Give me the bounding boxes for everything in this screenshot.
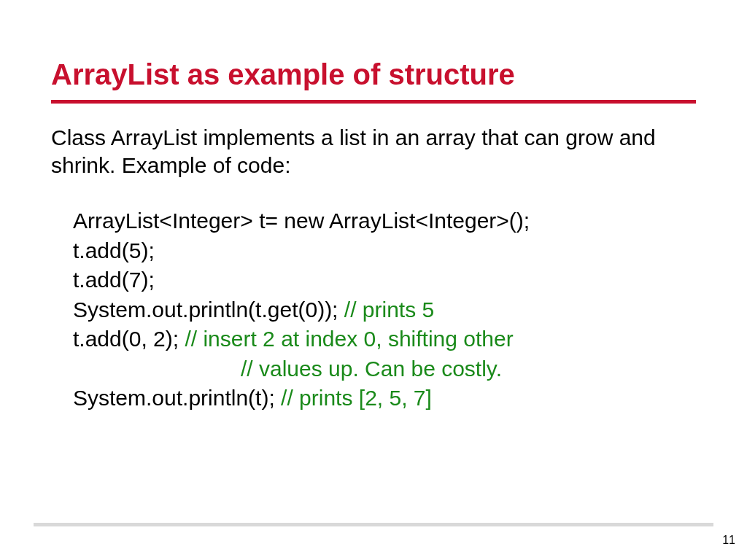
code-comment: // insert 2 at index 0, shifting other <box>185 327 513 351</box>
slide-title: ArrayList as example of structure <box>51 58 696 91</box>
code-line-2: t.add(5); <box>73 236 696 266</box>
title-divider <box>51 100 696 104</box>
slide: ArrayList as example of structure Class … <box>0 0 747 560</box>
code-line-7: System.out.println(t); // prints [2, 5, … <box>73 384 696 413</box>
code-line-4: System.out.println(t.get(0)); // prints … <box>73 295 696 325</box>
code-line-1: ArrayList<Integer> t= new ArrayList<Inte… <box>73 206 696 236</box>
code-text: System.out.println(t); <box>73 386 281 410</box>
page-number: 11 <box>722 534 735 547</box>
code-line-3: t.add(7); <box>73 265 696 295</box>
code-comment: // prints 5 <box>344 298 434 322</box>
code-block: ArrayList<Integer> t= new ArrayList<Inte… <box>51 206 696 413</box>
footer-divider <box>34 523 713 526</box>
code-line-5: t.add(0, 2); // insert 2 at index 0, shi… <box>73 324 696 354</box>
code-text: System.out.println(t.get(0)); <box>73 298 344 322</box>
code-text: t.add(0, 2); <box>73 327 185 351</box>
code-comment-continuation: // values up. Can be costly. <box>73 354 696 384</box>
intro-text: Class ArrayList implements a list in an … <box>51 124 696 179</box>
code-comment: // prints [2, 5, 7] <box>281 386 432 410</box>
